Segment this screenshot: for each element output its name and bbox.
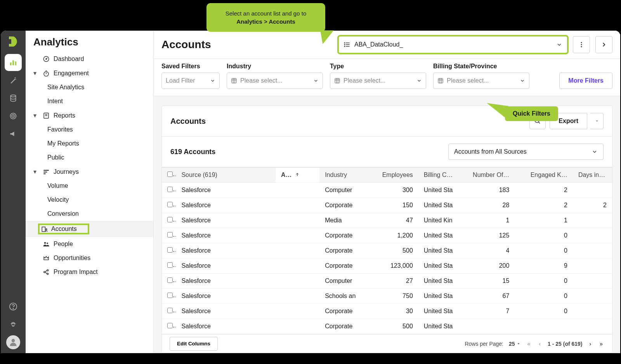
svg-point-33 [344, 43, 345, 43]
table-row[interactable]: SalesforceComputer300United Sta1832 [162, 183, 612, 198]
rail-settings-icon[interactable] [5, 317, 22, 334]
row-checkbox[interactable] [167, 293, 173, 298]
row-checkbox[interactable] [167, 308, 173, 313]
col-industry[interactable]: Industry [319, 168, 365, 183]
filter-type-select[interactable]: Please select... [330, 73, 426, 89]
sidebar-item-label: People [54, 241, 73, 248]
sidebar-item-engagement[interactable]: ▾Engagement [26, 66, 153, 80]
more-filters-button[interactable]: More Filters [559, 73, 612, 89]
table-row[interactable]: SalesforceSchools an750United Sta670 [162, 289, 612, 304]
page-first-button[interactable]: « [526, 341, 532, 347]
table-row[interactable]: SalesforceCorporate123,000United Sta2009 [162, 258, 612, 274]
col-number[interactable]: Number Of… [462, 168, 515, 183]
sidebar-item-journeys[interactable]: ▾Journeys [26, 165, 153, 179]
page-prev-button[interactable]: ‹ [537, 341, 542, 347]
account-list-select[interactable]: ABA_DataCloud_ [338, 36, 567, 53]
sidebar-item-intent[interactable]: Intent [26, 94, 153, 108]
sidebar-item-opportunities[interactable]: Opportunities [26, 251, 153, 265]
rail-help-icon[interactable] [5, 298, 22, 315]
svg-rect-21 [42, 227, 45, 232]
filter-industry-select[interactable]: Please select... [227, 73, 323, 89]
sidebar-item-favorites[interactable]: Favorites [26, 123, 153, 137]
filter-billing-select[interactable]: Please select... [433, 73, 529, 89]
svg-point-37 [581, 44, 582, 45]
filter-saved-placeholder: Load Filter [166, 77, 207, 84]
sidebar-item-site-analytics[interactable]: Site Analytics [26, 80, 153, 94]
col-days[interactable]: Days in Jo [573, 168, 612, 183]
row-checkbox[interactable] [167, 232, 173, 237]
row-checkbox[interactable] [167, 323, 173, 328]
page-controls: Rows per Page: 25 « ‹ 1 - 25 (of 619) › … [465, 341, 604, 347]
select-all-checkbox[interactable] [167, 172, 173, 177]
rail-data-icon[interactable] [5, 90, 22, 107]
sidebar-item-public[interactable]: Public [26, 151, 153, 165]
table-row[interactable]: SalesforceCorporate1,200United Sta1250 [162, 228, 612, 243]
rail-avatar[interactable] [6, 335, 20, 349]
sidebar-item-program-impact[interactable]: Program Impact [26, 265, 153, 279]
next-button[interactable] [595, 36, 612, 53]
rail-analytics-icon[interactable] [5, 54, 22, 71]
sidebar-item-label: Journeys [54, 168, 79, 175]
row-checkbox[interactable] [167, 262, 173, 268]
row-checkbox[interactable] [167, 277, 173, 283]
sidebar-item-label: Favorites [47, 126, 73, 133]
sidebar-item-my-reports[interactable]: My Reports [26, 137, 153, 151]
table-row[interactable]: SalesforceCorporate30United Sta70 [162, 304, 612, 319]
row-checkbox[interactable] [167, 217, 173, 222]
page-next-button[interactable]: › [588, 341, 593, 347]
rail-target-icon[interactable] [5, 107, 22, 125]
cell-source: Salesforce [176, 243, 276, 258]
svg-point-4 [16, 79, 17, 80]
table-row[interactable]: SalesforceComputer27United Sta150 [162, 274, 612, 289]
sidebar-item-people[interactable]: People [26, 237, 153, 251]
col-source[interactable]: Source (619) [176, 168, 276, 183]
row-checkbox[interactable] [167, 247, 173, 253]
cell-days [573, 319, 612, 334]
cell-industry: Corporate [319, 319, 365, 334]
cell-industry: Corporate [319, 304, 365, 319]
col-billing[interactable]: Billing C… [418, 168, 462, 183]
filter-saved-select[interactable]: Load Filter [161, 73, 220, 89]
cell-engaged: 2 [515, 183, 573, 198]
rows-per-page-select[interactable]: 25 [509, 341, 520, 347]
row-checkbox[interactable] [167, 187, 173, 192]
more-options-button[interactable] [573, 36, 590, 53]
table-row[interactable]: SalesforceMedia47United Kin11 [162, 213, 612, 228]
sidebar-item-reports[interactable]: ▾Reports [26, 108, 153, 123]
col-employees[interactable]: Employees [365, 168, 418, 183]
export-dropdown-button[interactable] [590, 113, 604, 129]
row-checkbox[interactable] [167, 202, 173, 207]
rail-megaphone-icon[interactable] [5, 125, 22, 142]
svg-rect-39 [232, 78, 236, 83]
cell-account [276, 304, 319, 319]
rail-magic-icon[interactable] [5, 72, 22, 89]
table-row[interactable]: SalesforceCorporate500United Sta [162, 319, 612, 334]
main-area: Quick Filters Accounts ABA_DataCloud_ Sa… [154, 31, 620, 353]
cell-number: 4 [462, 243, 515, 258]
cell-engaged: 0 [515, 243, 573, 258]
sidebar-item-label: Dashboard [54, 55, 84, 62]
col-account-name[interactable]: A… [276, 168, 319, 183]
sidebar-item-accounts[interactable]: Accounts [26, 221, 153, 237]
table-row[interactable]: SalesforceCorporate500United Sta40 [162, 243, 612, 258]
edit-columns-button[interactable]: Edit Columns [170, 337, 218, 351]
journey-icon [43, 168, 50, 175]
page-last-button[interactable]: » [598, 341, 604, 347]
vertical-dots-icon [578, 41, 585, 48]
cell-number: 200 [462, 258, 515, 274]
page-range: 1 - 25 (of 619) [548, 341, 582, 347]
svg-point-22 [46, 229, 47, 230]
col-engaged[interactable]: Engaged K… [515, 168, 573, 183]
cell-billing: United Sta [418, 274, 462, 289]
cell-account [276, 274, 319, 289]
cell-engaged: 9 [515, 258, 573, 274]
svg-point-35 [344, 46, 345, 47]
sidebar-item-volume[interactable]: Volume [26, 179, 153, 193]
sidebar-item-velocity[interactable]: Velocity [26, 193, 153, 207]
table-container: Source (619) A… Industry Employees Billi… [162, 167, 612, 353]
sidebar-item-dashboard[interactable]: Dashboard [26, 52, 153, 66]
table-row[interactable]: SalesforceCorporate150United Sta2822 [162, 198, 612, 213]
source-filter-select[interactable]: Accounts from All Sources [448, 144, 604, 160]
filter-billing: Billing State/Province Please select... [433, 63, 529, 89]
sidebar-item-conversion[interactable]: Conversion [26, 207, 153, 221]
